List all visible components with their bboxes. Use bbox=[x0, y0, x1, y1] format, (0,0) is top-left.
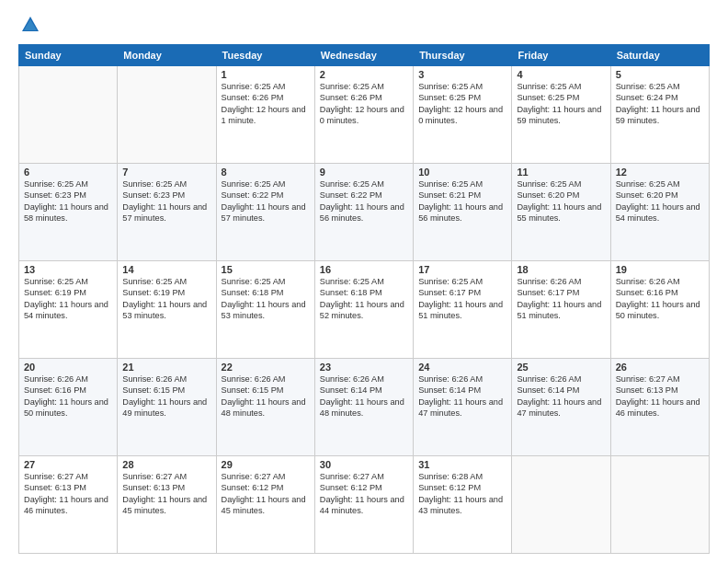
cell-info: Sunrise: 6:25 AM Sunset: 6:22 PM Dayligh… bbox=[222, 178, 310, 224]
calendar-cell: 6Sunrise: 6:25 AM Sunset: 6:23 PM Daylig… bbox=[19, 164, 118, 261]
cell-info: Sunrise: 6:27 AM Sunset: 6:12 PM Dayligh… bbox=[222, 471, 310, 517]
calendar-cell: 23Sunrise: 6:26 AM Sunset: 6:14 PM Dayli… bbox=[314, 359, 413, 456]
calendar-cell: 4Sunrise: 6:25 AM Sunset: 6:25 PM Daylig… bbox=[512, 66, 610, 164]
calendar-cell: 14Sunrise: 6:25 AM Sunset: 6:19 PM Dayli… bbox=[118, 261, 216, 359]
cell-info: Sunrise: 6:28 AM Sunset: 6:12 PM Dayligh… bbox=[418, 471, 506, 517]
calendar-cell: 7Sunrise: 6:25 AM Sunset: 6:23 PM Daylig… bbox=[118, 164, 216, 261]
day-number: 25 bbox=[517, 362, 605, 373]
calendar-week-row: 27Sunrise: 6:27 AM Sunset: 6:13 PM Dayli… bbox=[19, 456, 710, 554]
cell-info: Sunrise: 6:25 AM Sunset: 6:20 PM Dayligh… bbox=[616, 178, 704, 224]
day-number: 10 bbox=[418, 167, 506, 178]
cell-info: Sunrise: 6:25 AM Sunset: 6:26 PM Dayligh… bbox=[222, 81, 310, 127]
calendar-cell bbox=[19, 66, 118, 164]
cell-info: Sunrise: 6:26 AM Sunset: 6:14 PM Dayligh… bbox=[517, 373, 605, 419]
calendar-cell: 17Sunrise: 6:25 AM Sunset: 6:17 PM Dayli… bbox=[414, 261, 512, 359]
day-number: 22 bbox=[222, 362, 310, 373]
cell-info: Sunrise: 6:25 AM Sunset: 6:19 PM Dayligh… bbox=[24, 276, 112, 322]
calendar-cell: 30Sunrise: 6:27 AM Sunset: 6:12 PM Dayli… bbox=[314, 456, 413, 554]
cell-info: Sunrise: 6:25 AM Sunset: 6:18 PM Dayligh… bbox=[320, 276, 408, 322]
day-number: 16 bbox=[320, 264, 408, 275]
calendar-cell: 24Sunrise: 6:26 AM Sunset: 6:14 PM Dayli… bbox=[414, 359, 512, 456]
cell-info: Sunrise: 6:27 AM Sunset: 6:13 PM Dayligh… bbox=[122, 471, 210, 517]
day-number: 28 bbox=[122, 459, 210, 470]
logo-icon bbox=[20, 15, 40, 35]
cell-info: Sunrise: 6:27 AM Sunset: 6:12 PM Dayligh… bbox=[320, 471, 408, 517]
calendar-cell: 12Sunrise: 6:25 AM Sunset: 6:20 PM Dayli… bbox=[610, 164, 709, 261]
day-number: 23 bbox=[320, 362, 408, 373]
weekday-header-cell: Saturday bbox=[610, 45, 709, 66]
calendar-cell: 29Sunrise: 6:27 AM Sunset: 6:12 PM Dayli… bbox=[216, 456, 314, 554]
day-number: 24 bbox=[418, 362, 506, 373]
calendar-week-row: 13Sunrise: 6:25 AM Sunset: 6:19 PM Dayli… bbox=[19, 261, 710, 359]
weekday-header-row: SundayMondayTuesdayWednesdayThursdayFrid… bbox=[19, 45, 710, 66]
day-number: 13 bbox=[24, 264, 112, 275]
calendar-cell: 28Sunrise: 6:27 AM Sunset: 6:13 PM Dayli… bbox=[118, 456, 216, 554]
cell-info: Sunrise: 6:25 AM Sunset: 6:19 PM Dayligh… bbox=[122, 276, 210, 322]
calendar-week-row: 1Sunrise: 6:25 AM Sunset: 6:26 PM Daylig… bbox=[19, 66, 710, 164]
day-number: 18 bbox=[517, 264, 605, 275]
weekday-header-cell: Monday bbox=[118, 45, 216, 66]
day-number: 20 bbox=[24, 362, 112, 373]
day-number: 17 bbox=[418, 264, 506, 275]
day-number: 11 bbox=[517, 167, 605, 178]
calendar-cell bbox=[610, 456, 709, 554]
day-number: 21 bbox=[122, 362, 210, 373]
cell-info: Sunrise: 6:25 AM Sunset: 6:24 PM Dayligh… bbox=[616, 81, 704, 127]
calendar-cell: 5Sunrise: 6:25 AM Sunset: 6:24 PM Daylig… bbox=[610, 66, 709, 164]
calendar-table: SundayMondayTuesdayWednesdayThursdayFrid… bbox=[18, 44, 710, 554]
cell-info: Sunrise: 6:25 AM Sunset: 6:21 PM Dayligh… bbox=[418, 178, 506, 224]
calendar-cell: 25Sunrise: 6:26 AM Sunset: 6:14 PM Dayli… bbox=[512, 359, 610, 456]
weekday-header-cell: Friday bbox=[512, 45, 610, 66]
day-number: 29 bbox=[222, 459, 310, 470]
weekday-header-cell: Thursday bbox=[414, 45, 512, 66]
cell-info: Sunrise: 6:25 AM Sunset: 6:23 PM Dayligh… bbox=[24, 178, 112, 224]
calendar-cell: 13Sunrise: 6:25 AM Sunset: 6:19 PM Dayli… bbox=[19, 261, 118, 359]
day-number: 9 bbox=[320, 167, 408, 178]
cell-info: Sunrise: 6:27 AM Sunset: 6:13 PM Dayligh… bbox=[616, 373, 704, 419]
calendar-cell: 27Sunrise: 6:27 AM Sunset: 6:13 PM Dayli… bbox=[19, 456, 118, 554]
day-number: 4 bbox=[517, 69, 605, 80]
day-number: 19 bbox=[616, 264, 704, 275]
day-number: 31 bbox=[418, 459, 506, 470]
calendar-week-row: 20Sunrise: 6:26 AM Sunset: 6:16 PM Dayli… bbox=[19, 359, 710, 456]
calendar-cell: 19Sunrise: 6:26 AM Sunset: 6:16 PM Dayli… bbox=[610, 261, 709, 359]
calendar-cell: 11Sunrise: 6:25 AM Sunset: 6:20 PM Dayli… bbox=[512, 164, 610, 261]
page: SundayMondayTuesdayWednesdayThursdayFrid… bbox=[0, 0, 728, 563]
calendar-cell: 8Sunrise: 6:25 AM Sunset: 6:22 PM Daylig… bbox=[216, 164, 314, 261]
cell-info: Sunrise: 6:25 AM Sunset: 6:18 PM Dayligh… bbox=[222, 276, 310, 322]
weekday-header-cell: Wednesday bbox=[314, 45, 413, 66]
cell-info: Sunrise: 6:25 AM Sunset: 6:26 PM Dayligh… bbox=[320, 81, 408, 127]
cell-info: Sunrise: 6:25 AM Sunset: 6:20 PM Dayligh… bbox=[517, 178, 605, 224]
calendar-week-row: 6Sunrise: 6:25 AM Sunset: 6:23 PM Daylig… bbox=[19, 164, 710, 261]
day-number: 14 bbox=[122, 264, 210, 275]
calendar-cell: 20Sunrise: 6:26 AM Sunset: 6:16 PM Dayli… bbox=[19, 359, 118, 456]
calendar-cell: 1Sunrise: 6:25 AM Sunset: 6:26 PM Daylig… bbox=[216, 66, 314, 164]
calendar-cell bbox=[512, 456, 610, 554]
day-number: 8 bbox=[222, 167, 310, 178]
cell-info: Sunrise: 6:26 AM Sunset: 6:15 PM Dayligh… bbox=[222, 373, 310, 419]
day-number: 15 bbox=[222, 264, 310, 275]
cell-info: Sunrise: 6:25 AM Sunset: 6:22 PM Dayligh… bbox=[320, 178, 408, 224]
day-number: 12 bbox=[616, 167, 704, 178]
cell-info: Sunrise: 6:25 AM Sunset: 6:25 PM Dayligh… bbox=[517, 81, 605, 127]
calendar-cell: 16Sunrise: 6:25 AM Sunset: 6:18 PM Dayli… bbox=[314, 261, 413, 359]
calendar-cell: 26Sunrise: 6:27 AM Sunset: 6:13 PM Dayli… bbox=[610, 359, 709, 456]
cell-info: Sunrise: 6:27 AM Sunset: 6:13 PM Dayligh… bbox=[24, 471, 112, 517]
day-number: 3 bbox=[418, 69, 506, 80]
calendar-cell: 18Sunrise: 6:26 AM Sunset: 6:17 PM Dayli… bbox=[512, 261, 610, 359]
cell-info: Sunrise: 6:26 AM Sunset: 6:16 PM Dayligh… bbox=[616, 276, 704, 322]
calendar-body: 1Sunrise: 6:25 AM Sunset: 6:26 PM Daylig… bbox=[19, 66, 710, 554]
day-number: 27 bbox=[24, 459, 112, 470]
cell-info: Sunrise: 6:25 AM Sunset: 6:17 PM Dayligh… bbox=[418, 276, 506, 322]
calendar-cell: 31Sunrise: 6:28 AM Sunset: 6:12 PM Dayli… bbox=[414, 456, 512, 554]
day-number: 6 bbox=[24, 167, 112, 178]
calendar-cell: 2Sunrise: 6:25 AM Sunset: 6:26 PM Daylig… bbox=[314, 66, 413, 164]
cell-info: Sunrise: 6:26 AM Sunset: 6:15 PM Dayligh… bbox=[122, 373, 210, 419]
calendar-cell: 21Sunrise: 6:26 AM Sunset: 6:15 PM Dayli… bbox=[118, 359, 216, 456]
calendar-cell bbox=[118, 66, 216, 164]
cell-info: Sunrise: 6:26 AM Sunset: 6:16 PM Dayligh… bbox=[24, 373, 112, 419]
cell-info: Sunrise: 6:26 AM Sunset: 6:14 PM Dayligh… bbox=[320, 373, 408, 419]
day-number: 30 bbox=[320, 459, 408, 470]
header bbox=[18, 15, 710, 35]
day-number: 1 bbox=[222, 69, 310, 80]
